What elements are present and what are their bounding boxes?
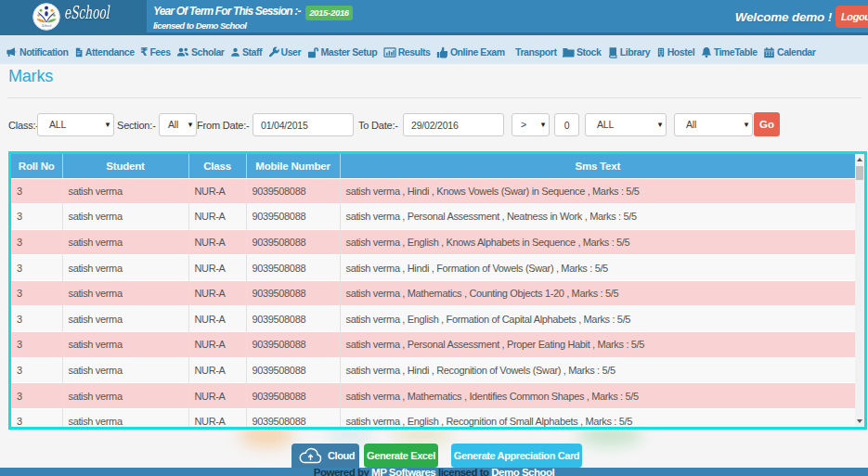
licensed-to-text: licensed to (438, 468, 489, 476)
cell-roll: 3 (11, 204, 62, 230)
building-icon (656, 46, 666, 58)
marks-table: Roll NoStudentClassMobile NumberSms Text… (11, 154, 855, 430)
table-row[interactable]: 3 satish verma NUR-A 9039508088 satish v… (11, 357, 855, 383)
nav-item-staff[interactable]: Staff (230, 46, 262, 58)
main-nav: Notification Attendance ₹ Fees Scholar S… (0, 35, 868, 64)
welcome-text: Welcome demo ! (735, 10, 832, 24)
cell-mobile: 9039508088 (246, 306, 340, 332)
cell-sms: satish verma , Mathematics , Counting Ob… (340, 280, 855, 306)
cell-roll: 3 (11, 383, 62, 409)
scroll-thumb[interactable] (856, 166, 863, 180)
wrench-icon (268, 46, 279, 58)
cell-roll: 3 (11, 332, 62, 358)
school-link[interactable]: Demo School (491, 468, 554, 476)
cell-mobile: 9039508088 (246, 332, 340, 358)
column-header-class: Class (188, 154, 246, 178)
section-select[interactable]: All (159, 113, 197, 136)
nav-item-timetable[interactable]: TimeTable (701, 46, 758, 58)
cell-roll: 3 (11, 306, 62, 332)
column-header-sms-text: Sms Text (340, 154, 855, 178)
cell-mobile: 9039508088 (246, 357, 340, 383)
cell-student: satish verma (62, 229, 188, 255)
thumbsup-icon (436, 46, 448, 58)
cell-student: satish verma (62, 255, 188, 281)
generate-appreciation-card-button[interactable]: Generate Appreciation Card (451, 444, 582, 468)
nav-item-hostel[interactable]: Hostel (656, 46, 694, 58)
cell-student: satish verma (62, 280, 188, 306)
cell-roll: 3 (11, 408, 62, 430)
cloud-button[interactable]: Cloud (291, 444, 359, 468)
powered-by-text: Powered by (314, 468, 369, 476)
cell-mobile: 9039508088 (246, 178, 340, 204)
cell-mobile: 9039508088 (246, 255, 340, 281)
cell-sms: satish verma , Hindi , Recognition of Vo… (340, 357, 855, 383)
nav-item-master-setup[interactable]: Master Setup (307, 46, 378, 58)
column-header-roll-no: Roll No (11, 154, 62, 178)
logout-button[interactable]: Logout (836, 6, 868, 28)
cell-class: NUR-A (188, 255, 246, 281)
cell-student: satish verma (62, 332, 188, 358)
generate-excel-button[interactable]: Generate Excel (364, 444, 438, 468)
nav-item-results[interactable]: Results (383, 46, 431, 58)
cell-class: NUR-A (188, 332, 246, 358)
cell-sms: satish verma , English , Knows Alphabets… (340, 229, 855, 255)
table-row[interactable]: 3 satish verma NUR-A 9039508088 satish v… (11, 255, 855, 281)
eschool-logo-icon: School (32, 3, 60, 31)
cell-student: satish verma (62, 408, 188, 430)
table-header-row: Roll NoStudentClassMobile NumberSms Text (11, 154, 855, 178)
cell-class: NUR-A (188, 204, 246, 230)
table-row[interactable]: 3 satish verma NUR-A 9039508088 satish v… (11, 306, 855, 332)
nav-item-user[interactable]: User (268, 46, 302, 58)
nav-item-stock[interactable]: Stock (563, 46, 601, 58)
nav-item-library[interactable]: Library (607, 46, 650, 58)
table-row[interactable]: 3 satish verma NUR-A 9039508088 satish v… (11, 332, 855, 358)
nav-item-transport[interactable]: Transport (515, 46, 556, 58)
rupee-icon: ₹ (140, 46, 148, 58)
threshold-input[interactable] (554, 113, 579, 136)
folder-icon (563, 46, 575, 58)
chart-icon (383, 46, 396, 58)
cell-roll: 3 (11, 178, 62, 204)
column-header-student: Student (62, 154, 188, 178)
from-date-label: From Date:- (197, 120, 249, 131)
class-select[interactable]: ALL (37, 113, 114, 136)
scroll-down-icon[interactable] (857, 419, 862, 423)
from-date-input[interactable] (253, 113, 354, 136)
table-row[interactable]: 3 satish verma NUR-A 9039508088 satish v… (11, 408, 855, 430)
table-row[interactable]: 3 satish verma NUR-A 9039508088 satish v… (11, 178, 855, 204)
nav-item-scholar[interactable]: Scholar (176, 46, 224, 58)
nav-item-calendar[interactable]: Calendar (763, 46, 815, 58)
cell-class: NUR-A (188, 178, 246, 204)
operator-select[interactable]: > (512, 113, 550, 136)
cell-roll: 3 (11, 280, 62, 306)
table-row[interactable]: 3 satish verma NUR-A 9039508088 satish v… (11, 383, 855, 409)
table-row[interactable]: 3 satish verma NUR-A 9039508088 satish v… (11, 280, 855, 306)
cell-class: NUR-A (188, 357, 246, 383)
table-row[interactable]: 3 satish verma NUR-A 9039508088 satish v… (11, 204, 855, 230)
cloud-upload-icon (298, 447, 323, 464)
exam-select[interactable]: ALL (585, 113, 667, 136)
subject-select[interactable]: All (674, 113, 753, 136)
cell-mobile: 9039508088 (246, 229, 340, 255)
nav-item-notification[interactable]: Notification (6, 46, 68, 58)
scroll-up-icon[interactable] (857, 158, 862, 161)
nav-item-attendance[interactable]: Attendance (74, 46, 135, 58)
cell-class: NUR-A (188, 408, 246, 430)
book-icon (607, 46, 618, 58)
cell-sms: satish verma , Personal Assessment , Pro… (340, 332, 855, 358)
table-row[interactable]: 3 satish verma NUR-A 9039508088 satish v… (11, 229, 855, 255)
nav-item-online-exam[interactable]: Online Exam (436, 46, 505, 58)
go-button[interactable]: Go (754, 112, 780, 136)
licensed-text: licensed to Demo School (153, 20, 246, 31)
cell-sms: satish verma , Mathematics , Identifies … (340, 383, 855, 409)
cell-student: satish verma (62, 306, 188, 332)
class-label: Class:- (8, 120, 39, 131)
vendor-link[interactable]: MP Softwares (371, 468, 435, 476)
bell-icon (701, 46, 712, 58)
table-scrollbar[interactable] (855, 154, 864, 427)
top-bar: School eSchool Year Of Term For This Ses… (0, 0, 868, 35)
document-icon (74, 46, 84, 58)
nav-item-fees[interactable]: ₹ Fees (140, 46, 171, 58)
brand[interactable]: School eSchool (0, 0, 147, 32)
to-date-input[interactable] (403, 113, 504, 136)
